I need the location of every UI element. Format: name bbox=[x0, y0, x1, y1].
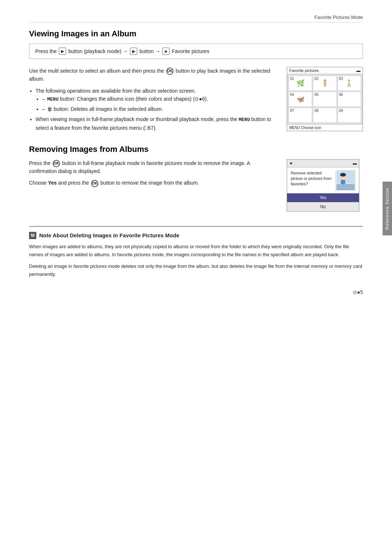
camera-cell-06: 06 bbox=[338, 92, 361, 107]
note-title-text: Note About Deleting Images in Favorite P… bbox=[39, 232, 179, 238]
dialog-screen: ★ ▬ Remove selected picture or pictures … bbox=[287, 159, 359, 211]
ok-button3-inline: OK bbox=[91, 180, 98, 187]
page-header: Favorite Pictures Mode bbox=[29, 15, 363, 23]
camera-cell-07: 07 bbox=[289, 108, 312, 123]
dialog-buttons: Yes No bbox=[287, 193, 359, 211]
camera-cell-01: 01 🌿 bbox=[289, 76, 312, 91]
camera-screen-footer: MENU Choose icon bbox=[287, 124, 363, 131]
person-illustration bbox=[336, 170, 355, 190]
star-icon: ★ bbox=[162, 48, 170, 55]
bullet-item-2: When viewing images in full-frame playba… bbox=[36, 115, 276, 132]
svg-rect-1 bbox=[336, 184, 355, 190]
album-screen-mockup: Favorite pictures ▬ 01 🌿 02 🧍 03 🚶 bbox=[287, 67, 363, 134]
svg-rect-6 bbox=[341, 180, 345, 184]
playback-button-icon: ▶ bbox=[59, 48, 66, 55]
header-title: Favorite Pictures Mode bbox=[314, 15, 363, 20]
dialog-screen-header: ★ ▬ bbox=[287, 160, 359, 168]
note-section: M Note About Deleting Images in Favorite… bbox=[29, 226, 363, 278]
bullet-item-1: The following operations are available f… bbox=[36, 87, 276, 113]
camera-cell-05: 05 bbox=[313, 92, 336, 107]
camera-header-left: Favorite pictures bbox=[289, 68, 319, 73]
camera-cell-03: 03 🚶 bbox=[338, 76, 361, 91]
note-paragraph2: Deleting an image in favorite pictures m… bbox=[29, 262, 363, 278]
instruction-box: Press the ▶ button (playback mode) → ▶ b… bbox=[29, 44, 363, 59]
section2-body1: Press the OK button in full-frame playba… bbox=[29, 159, 276, 176]
note-title: M Note About Deleting Images in Favorite… bbox=[29, 232, 363, 239]
sub-item-menu: MENU button: Changes the albums icon (th… bbox=[42, 95, 276, 104]
ok-button-inline: OK bbox=[166, 68, 173, 75]
camera-cell-02: 02 🧍 bbox=[313, 76, 336, 91]
section2-title: Removing Images from Albums bbox=[29, 145, 363, 154]
section1-text: Use the multi selector to select an albu… bbox=[29, 67, 276, 134]
dialog-thumbnail bbox=[335, 170, 355, 190]
playback-button2-icon: ▶ bbox=[130, 48, 137, 55]
dialog-header-right: ▬ bbox=[353, 161, 357, 166]
svg-rect-3 bbox=[348, 181, 348, 185]
body-paragraph1: Use the multi selector to select an albu… bbox=[29, 67, 276, 83]
sub-list: MENU button: Changes the albums icon (th… bbox=[42, 95, 276, 113]
sub-item-delete: 🗑 button: Deletes all images in the sele… bbox=[42, 105, 276, 113]
yes-button[interactable]: Yes bbox=[287, 193, 359, 202]
camera-screen: Favorite pictures ▬ 01 🌿 02 🧍 03 🚶 bbox=[287, 67, 363, 131]
camera-header-right: ▬ bbox=[356, 68, 360, 73]
bullet-list: The following operations are available f… bbox=[36, 87, 276, 132]
section2-content: Press the OK button in full-frame playba… bbox=[29, 159, 363, 211]
instruction-suffix2: Favorite pictures bbox=[172, 48, 209, 54]
yes-bold: Yes bbox=[48, 180, 57, 186]
instruction-suffix1: button → bbox=[139, 48, 160, 54]
section1-content: Use the multi selector to select an albu… bbox=[29, 67, 363, 134]
section2-text: Press the OK button in full-frame playba… bbox=[29, 159, 276, 211]
note-paragraph1: When images are added to albums, they ar… bbox=[29, 243, 363, 259]
camera-cell-08: 08 bbox=[313, 108, 336, 123]
page-number: ⊙●5 bbox=[29, 289, 363, 295]
camera-cell-04: 04 🦋 bbox=[289, 92, 312, 107]
svg-point-5 bbox=[340, 173, 346, 177]
section2-body2: Choose Yes and press the OK button to re… bbox=[29, 179, 276, 187]
dialog-screen-wrapper: ★ ▬ Remove selected picture or pictures … bbox=[287, 159, 363, 211]
ok-button2-inline: OK bbox=[53, 160, 60, 167]
reference-tab: Reference Section bbox=[383, 182, 392, 235]
no-button[interactable]: No bbox=[287, 202, 359, 211]
note-icon: M bbox=[29, 232, 36, 239]
dialog-text: Remove selected picture or pictures from… bbox=[291, 170, 332, 190]
section1-title: Viewing Images in an Album bbox=[29, 29, 363, 39]
camera-screen-header: Favorite pictures ▬ bbox=[287, 67, 363, 74]
dialog-screen-body: Remove selected picture or pictures from… bbox=[287, 168, 359, 193]
instruction-middle: button (playback mode) → bbox=[68, 48, 128, 54]
dialog-star-icon: ★ bbox=[289, 161, 293, 166]
instruction-prefix: Press the bbox=[35, 48, 57, 54]
camera-footer-text: MENU Choose icon bbox=[289, 126, 321, 130]
camera-grid: 01 🌿 02 🧍 03 🚶 04 🦋 bbox=[287, 74, 363, 124]
camera-cell-09: 09 bbox=[338, 108, 361, 123]
